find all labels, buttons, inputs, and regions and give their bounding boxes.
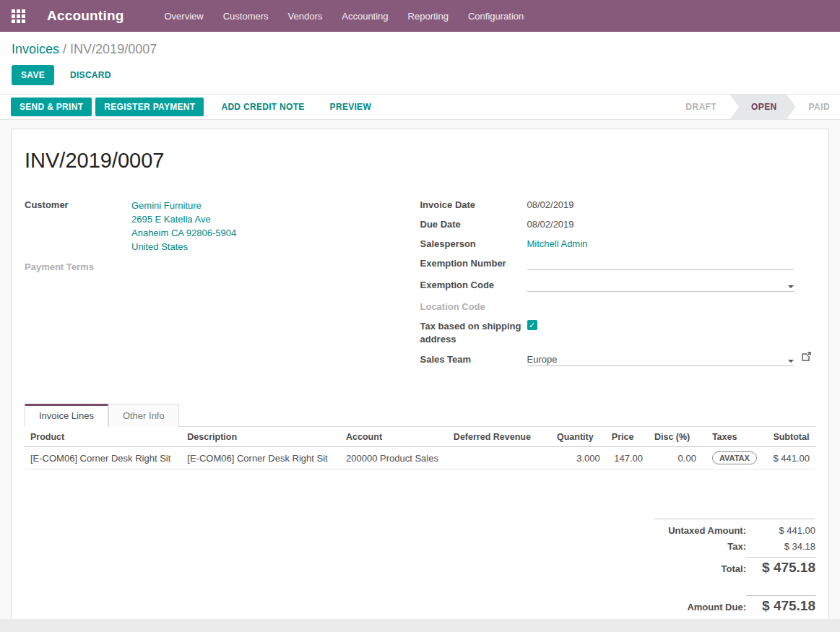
salesperson-label: Salesperson [420, 238, 527, 250]
cell-subtotal[interactable]: $ 441.00 [767, 447, 815, 469]
invoice-number-title: INV/2019/0007 [25, 149, 815, 173]
due-date-label: Due Date [420, 218, 527, 230]
amount-due-label: Amount Due: [687, 602, 746, 612]
top-navbar: Accounting Overview Customers Vendors Ac… [0, 0, 840, 32]
total-value: $ 475.18 [746, 557, 815, 576]
fields-right-column: Invoice Date 08/02/2019 Due Date 08/02/2… [420, 199, 816, 373]
invoice-date-label: Invoice Date [420, 199, 527, 211]
send-print-button[interactable]: SEND & PRINT [11, 98, 92, 116]
control-panel: Invoices / INV/2019/0007 SAVE DISCARD [0, 32, 840, 92]
register-payment-button[interactable]: REGISTER PAYMENT [95, 98, 204, 116]
preview-button[interactable]: PREVIEW [323, 97, 378, 117]
menu-overview[interactable]: Overview [165, 11, 204, 22]
sales-team-value: Europe [527, 353, 789, 365]
cell-taxes[interactable]: AVATAX [702, 447, 768, 469]
location-code-label: Location Code [420, 300, 527, 313]
customer-address-line3[interactable]: United States [131, 240, 420, 254]
col-subtotal[interactable]: Subtotal [767, 427, 815, 447]
menu-reporting[interactable]: Reporting [408, 11, 449, 22]
breadcrumb-separator: / [63, 42, 66, 56]
status-open[interactable]: OPEN [729, 95, 796, 120]
totals-block: Untaxed Amount: $ 441.00 Tax: $ 34.18 To… [654, 519, 815, 619]
col-price[interactable]: Price [606, 427, 649, 447]
breadcrumb: Invoices / INV/2019/0007 [12, 40, 828, 59]
action-bar: SEND & PRINT REGISTER PAYMENT ADD CREDIT… [0, 94, 840, 120]
untaxed-amount-value: $ 441.00 [746, 525, 815, 536]
cell-product[interactable]: [E-COM06] Corner Desk Right Sit [25, 447, 181, 469]
statusbar: DRAFT OPEN PAID [672, 95, 840, 120]
col-deferred-revenue[interactable]: Deferred Revenue [448, 427, 551, 447]
exemption-code-label: Exemption Code [420, 279, 527, 292]
col-description[interactable]: Description [181, 427, 340, 447]
page-background: INV/2019/0007 Customer Gemini Furniture … [0, 120, 840, 619]
save-button[interactable]: SAVE [12, 65, 54, 85]
caret-down-icon[interactable] [788, 285, 794, 288]
tax-value: $ 34.18 [746, 541, 815, 552]
exemption-number-label: Exemption Number [420, 257, 527, 270]
app-title[interactable]: Accounting [47, 8, 124, 24]
external-link-icon[interactable] [802, 352, 811, 364]
menu-accounting[interactable]: Accounting [342, 11, 388, 22]
tax-label: Tax: [727, 541, 746, 552]
exemption-number-input[interactable] [527, 257, 794, 270]
status-paid[interactable]: PAID [796, 95, 840, 120]
menu-customers[interactable]: Customers [223, 11, 269, 22]
col-account[interactable]: Account [340, 427, 448, 447]
fields-left-column: Customer Gemini Furniture 2695 E Katella… [25, 199, 420, 373]
invoice-lines-table: Product Description Account Deferred Rev… [25, 427, 815, 469]
col-taxes[interactable]: Taxes [702, 427, 768, 447]
location-code-value [527, 300, 794, 313]
menu-vendors[interactable]: Vendors [288, 11, 323, 22]
cell-account[interactable]: 200000 Product Sales [340, 447, 448, 469]
tab-invoice-lines[interactable]: Invoice Lines [25, 404, 108, 427]
navbar-menu: Overview Customers Vendors Accounting Re… [165, 11, 524, 22]
tax-shipping-checkbox[interactable]: ✓ [527, 320, 537, 330]
footer-strip [0, 619, 840, 632]
cell-discount[interactable]: 0.00 [649, 447, 702, 469]
payment-terms-value[interactable] [131, 261, 420, 273]
cell-quantity[interactable]: 3.000 [551, 447, 606, 469]
tax-shipping-value: ✓ [527, 320, 794, 346]
invoice-sheet: INV/2019/0007 Customer Gemini Furniture … [11, 129, 829, 619]
discard-button[interactable]: DISCARD [63, 65, 118, 85]
caret-down-icon[interactable] [788, 360, 794, 363]
exemption-code-select[interactable] [527, 279, 794, 292]
breadcrumb-current: INV/2019/0007 [70, 42, 157, 56]
customer-value: Gemini Furniture 2695 E Katella Ave Anah… [131, 199, 420, 254]
cell-deferred-revenue[interactable] [448, 447, 551, 469]
apps-grid-icon[interactable] [12, 9, 25, 23]
breadcrumb-invoices[interactable]: Invoices [12, 42, 59, 56]
tax-badge[interactable]: AVATAX [712, 451, 757, 464]
menu-configuration[interactable]: Configuration [468, 11, 524, 22]
sales-team-select[interactable]: Europe [527, 353, 794, 366]
untaxed-amount-label: Untaxed Amount: [668, 525, 746, 536]
sales-team-label: Sales Team [420, 353, 527, 366]
tax-shipping-label: Tax based on shipping address [420, 320, 527, 346]
cell-price[interactable]: 147.00 [606, 447, 649, 469]
cell-description[interactable]: [E-COM06] Corner Desk Right Sit [181, 447, 340, 469]
customer-address-line2[interactable]: Anaheim CA 92806-5904 [131, 226, 420, 240]
add-credit-note-button[interactable]: ADD CREDIT NOTE [214, 97, 311, 117]
total-label: Total: [722, 563, 746, 574]
col-product[interactable]: Product [25, 427, 181, 447]
tab-other-info[interactable]: Other Info [108, 404, 179, 427]
table-header-row: Product Description Account Deferred Rev… [25, 427, 815, 447]
customer-name-link[interactable]: Gemini Furniture [131, 199, 420, 212]
col-quantity[interactable]: Quantity [551, 427, 606, 447]
col-discount[interactable]: Disc (%) [649, 427, 702, 447]
payment-terms-label: Payment Terms [25, 261, 131, 273]
customer-address-line1[interactable]: 2695 E Katella Ave [131, 212, 420, 226]
customer-label: Customer [25, 199, 131, 254]
salesperson-value[interactable]: Mitchell Admin [527, 238, 794, 250]
status-draft[interactable]: DRAFT [672, 95, 729, 120]
invoice-date-value[interactable]: 08/02/2019 [527, 199, 794, 211]
notebook-tabs: Invoice Lines Other Info [25, 404, 815, 427]
due-date-value[interactable]: 08/02/2019 [527, 218, 794, 230]
invoice-line-row[interactable]: [E-COM06] Corner Desk Right Sit [E-COM06… [25, 447, 815, 469]
amount-due-value: $ 475.18 [746, 595, 815, 614]
